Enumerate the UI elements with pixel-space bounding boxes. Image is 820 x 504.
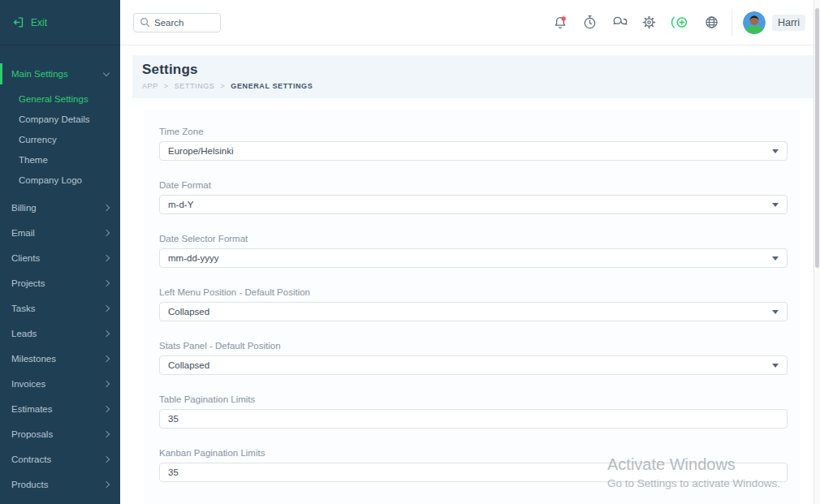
chevron-right-icon	[103, 230, 110, 236]
sidebar-item-label: Currency	[19, 135, 57, 144]
notifications-bell-icon[interactable]	[552, 15, 568, 31]
breadcrumb-item-current: GENERAL SETTINGS	[231, 82, 313, 90]
form-group: Stats Panel - Default Position Collapsed	[159, 341, 785, 375]
sidebar-item-company-logo[interactable]: Company Logo	[0, 170, 120, 190]
sidebar-item-label: Milestones	[11, 354, 104, 364]
sidebar-item-label: Invoices	[11, 379, 104, 389]
exit-label: Exit	[31, 17, 47, 28]
search-box[interactable]	[133, 13, 221, 32]
kanban-pagination-input[interactable]	[159, 463, 788, 482]
date-format-select[interactable]: m-d-Y	[159, 195, 788, 214]
breadcrumb-separator: >	[164, 82, 169, 90]
breadcrumb-item-app[interactable]: APP	[142, 82, 158, 90]
header-divider	[732, 9, 732, 37]
main-area: Harri Settings APP > SETTINGS > GENERAL …	[120, 0, 820, 504]
chevron-right-icon	[103, 305, 110, 312]
sidebar-item-label: Email	[11, 228, 104, 238]
sidebar-item-expenses[interactable]: Expenses	[0, 499, 120, 504]
chevron-down-icon	[772, 256, 779, 261]
chevron-right-icon	[103, 381, 110, 387]
chevron-right-icon	[103, 481, 110, 488]
sidebar-item-theme[interactable]: Theme	[0, 149, 120, 170]
form-group: Table Pagination Limits	[159, 394, 785, 429]
app-root: Exit Main Settings General Settings Comp…	[0, 0, 820, 504]
chevron-down-icon	[772, 310, 779, 314]
select-value: Europe/Helsinki	[168, 146, 234, 156]
left-menu-position-select[interactable]: Collapsed	[159, 302, 788, 321]
field-label: Stats Panel - Default Position	[159, 341, 785, 351]
form-group: Left Menu Position - Default Position Co…	[159, 287, 785, 321]
quick-add-icon[interactable]	[671, 15, 690, 30]
sidebar-item-label: Contracts	[11, 454, 104, 464]
sidebar-item-label: Theme	[19, 155, 48, 165]
sidebar-item-estimates[interactable]: Estimates	[0, 398, 120, 420]
sidebar-item-billing[interactable]: Billing	[0, 197, 120, 218]
top-header: Harri	[120, 0, 820, 45]
sidebar-item-main-settings[interactable]: Main Settings	[0, 63, 120, 84]
sidebar-item-products[interactable]: Products	[0, 474, 120, 495]
sidebar-menu: Main Settings General Settings Company D…	[0, 45, 120, 504]
settings-gear-icon[interactable]	[641, 15, 657, 30]
chevron-down-icon	[772, 203, 779, 207]
language-globe-icon[interactable]	[704, 15, 719, 30]
field-label: Date Selector Format	[159, 234, 785, 243]
form-group: Time Zone Europe/Helsinki	[159, 127, 785, 161]
chevron-right-icon	[103, 280, 110, 286]
select-value: mm-dd-yyyy	[168, 253, 219, 263]
sidebar-item-label: Company Logo	[19, 175, 82, 185]
sidebar-item-proposals[interactable]: Proposals	[0, 424, 120, 445]
sidebar-item-label: Projects	[11, 278, 104, 288]
chevron-down-icon	[103, 69, 110, 75]
chevron-right-icon	[103, 355, 110, 362]
sidebar-item-milestones[interactable]: Milestones	[0, 348, 120, 369]
field-label: Date Format	[159, 180, 785, 190]
sidebar-item-contracts[interactable]: Contracts	[0, 449, 120, 470]
page-title: Settings	[142, 62, 804, 78]
sidebar-item-projects[interactable]: Projects	[0, 273, 120, 294]
user-name: Harri	[772, 15, 805, 31]
vertical-scrollbar[interactable]	[814, 0, 820, 504]
breadcrumb-item-settings[interactable]: SETTINGS	[175, 82, 215, 90]
sidebar-item-email[interactable]: Email	[0, 222, 120, 243]
search-input[interactable]	[154, 18, 211, 28]
messages-chat-icon[interactable]	[611, 15, 628, 30]
avatar	[743, 11, 766, 34]
sidebar-item-tasks[interactable]: Tasks	[0, 298, 120, 319]
chevron-right-icon	[103, 431, 110, 437]
select-value: Collapsed	[168, 360, 209, 370]
breadcrumb-separator: >	[220, 82, 225, 90]
sidebar-item-label: Main Settings	[11, 69, 104, 79]
chevron-right-icon	[103, 255, 110, 261]
table-pagination-input[interactable]	[159, 409, 788, 429]
sidebar-item-currency[interactable]: Currency	[0, 129, 120, 149]
user-menu[interactable]: Harri	[743, 11, 805, 34]
sidebar-item-label: General Settings	[19, 94, 88, 104]
page-head: Settings APP > SETTINGS > GENERAL SETTIN…	[132, 55, 814, 98]
sidebar-item-company-details[interactable]: Company Details	[0, 109, 120, 129]
sidebar-item-leads[interactable]: Leads	[0, 323, 120, 344]
field-label: Table Pagination Limits	[159, 394, 785, 404]
main-settings-submenu: General Settings Company Details Currenc…	[0, 88, 120, 190]
header-icons	[552, 15, 719, 31]
date-selector-format-select[interactable]: mm-dd-yyyy	[159, 248, 788, 268]
chevron-right-icon	[103, 406, 110, 412]
chevron-right-icon	[103, 456, 110, 463]
field-label: Time Zone	[159, 127, 785, 136]
chevron-down-icon	[772, 364, 779, 368]
select-value: m-d-Y	[168, 200, 193, 209]
form-group: Kanban Pagination Limits	[159, 448, 785, 482]
form-group: Date Selector Format mm-dd-yyyy	[159, 234, 785, 268]
sidebar-item-label: Billing	[11, 203, 104, 213]
timezone-select[interactable]: Europe/Helsinki	[159, 141, 788, 161]
chevron-right-icon	[103, 330, 110, 337]
stats-panel-position-select[interactable]: Collapsed	[159, 355, 788, 375]
sidebar-item-label: Tasks	[11, 304, 104, 313]
sidebar-item-invoices[interactable]: Invoices	[0, 373, 120, 394]
sidebar-item-general-settings[interactable]: General Settings	[0, 88, 120, 109]
scrollbar-thumb[interactable]	[815, 8, 819, 268]
sidebar-item-label: Products	[11, 480, 104, 489]
sidebar-item-clients[interactable]: Clients	[0, 248, 120, 269]
timer-icon[interactable]	[582, 15, 598, 30]
exit-logout-icon	[11, 15, 25, 29]
exit-button[interactable]: Exit	[0, 0, 120, 45]
